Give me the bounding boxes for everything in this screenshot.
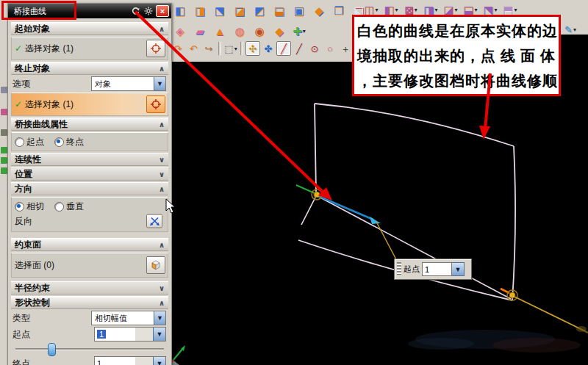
chevron-up-icon: ∧ <box>159 185 165 193</box>
end-point-snap-icon[interactable]: ╱ <box>276 41 291 56</box>
gear-icon[interactable] <box>143 6 154 16</box>
styled-sweep-icon[interactable]: ▲ <box>210 22 229 40</box>
quadrant-snap-icon[interactable]: ○ <box>323 41 337 56</box>
graphics-viewport[interactable] <box>169 62 588 365</box>
radio-end-point[interactable]: 终点 <box>54 136 84 148</box>
spinner-down-icon[interactable]: ▼ <box>153 357 165 365</box>
section-direction[interactable]: 方向 ∧ <box>11 182 168 195</box>
hidden-toolbar-fragment <box>1 147 7 153</box>
chevron-down-icon[interactable]: ▾ <box>455 7 458 13</box>
shape-type-combobox[interactable]: 相切幅值 ▼ <box>91 311 166 325</box>
through-curves-icon[interactable]: ⬔ <box>210 1 229 19</box>
constraint-face-select-row[interactable]: 选择面 (0) <box>11 253 168 278</box>
n-sided-surface-icon[interactable]: ◩ <box>250 1 269 19</box>
brush-display-icon[interactable]: ✎▾ <box>563 22 578 37</box>
section-constraint-face[interactable]: 约束面 ∧ <box>11 238 168 251</box>
reset-icon[interactable] <box>129 6 141 16</box>
face-cube-icon[interactable] <box>146 256 165 274</box>
end-label: 终点 <box>12 358 30 365</box>
floating-label: 起点 <box>404 264 420 275</box>
start-value: 1 <box>97 330 106 339</box>
check-icon: ✓ <box>15 99 22 109</box>
type-row: 类型 相切幅值 ▼ <box>11 311 168 325</box>
section-radius-constraint[interactable]: 半径约束 ∨ <box>11 281 168 294</box>
trimmed-sheet-icon[interactable]: ❐ <box>329 1 348 19</box>
control-point-snap-icon[interactable]: ⊙ <box>307 41 322 56</box>
select-crosshair-button[interactable] <box>146 95 165 113</box>
styled-blend-icon[interactable]: ▰ <box>190 22 209 40</box>
chevron-down-icon[interactable]: ▾ <box>234 46 237 52</box>
chevron-down-icon[interactable]: ▾ <box>303 28 306 35</box>
object-type-combobox[interactable]: 对象 ▼ <box>91 76 166 91</box>
start-slider[interactable] <box>15 343 164 355</box>
marquee-select-icon[interactable]: ⬚▾ <box>223 41 238 56</box>
start-value-input[interactable]: 1 ▼ <box>94 327 166 341</box>
hidden-toolbar-fragment <box>1 157 7 164</box>
chevron-up-icon: ∧ <box>159 25 165 33</box>
section-position[interactable]: 位置 ∨ <box>11 167 168 181</box>
curve-mesh-icon[interactable]: ◪ <box>230 1 249 19</box>
rotate-view-icon[interactable]: ↶ <box>186 41 201 56</box>
chevron-down-icon[interactable]: ▾ <box>376 7 379 13</box>
smooth-spline-icon[interactable]: ✚▾ <box>290 22 309 40</box>
spinner-down-icon[interactable]: ▼ <box>452 262 465 276</box>
chevron-down-icon[interactable]: ▾ <box>514 7 517 13</box>
radio-perpendicular[interactable]: 垂直 <box>54 200 84 213</box>
annotation-line: 境抽取的出来的，点 线 面 体 <box>357 43 556 68</box>
floating-start-point-toolbar[interactable]: 起点 1 ▼ <box>394 259 472 280</box>
annotation-note: 白色的曲线是在原本实体的边 境抽取的出来的，点 线 面 体 ，主要修改图档时将曲… <box>352 15 561 96</box>
end-value: 1 <box>97 359 101 365</box>
floating-value-input[interactable]: 1 <box>422 262 452 276</box>
chevron-down-icon[interactable]: ▾ <box>395 7 398 13</box>
swept-surface-icon[interactable]: ◧ <box>171 1 190 19</box>
section-shape-control[interactable]: 形状控制 ∧ <box>11 296 168 309</box>
drag-handle[interactable] <box>397 262 401 276</box>
select-crosshair-button[interactable] <box>146 40 165 57</box>
section-continuity[interactable]: 连续性 ∨ <box>11 153 168 166</box>
spinner-down-icon[interactable]: ▼ <box>153 328 165 341</box>
type-label: 类型 <box>12 312 30 325</box>
chevron-down-icon[interactable]: ▾ <box>495 7 498 13</box>
direction-panel: 相切 垂直 反向 <box>11 197 168 232</box>
corner-tool-icon[interactable]: ↪ <box>201 41 216 56</box>
x-form-icon[interactable]: ◉ <box>250 22 269 40</box>
end-object-select-row[interactable]: ✓ 选择对象 (1) <box>11 93 168 116</box>
radio-tangent[interactable]: 相切 <box>15 200 44 213</box>
toolbar-separator <box>240 42 243 55</box>
chevron-down-icon[interactable]: ▾ <box>475 7 478 13</box>
ruled-surface-icon[interactable]: ◨ <box>190 1 209 19</box>
radio-start-point[interactable]: 起点 <box>15 136 44 148</box>
intersection-snap-icon[interactable]: ＋ <box>338 41 353 56</box>
orient-view-icon[interactable]: ↷ <box>171 41 185 56</box>
end-value-input[interactable]: 1 ▼ <box>94 356 166 365</box>
annotation-line: 白色的曲线是在原本实体的边 <box>357 18 556 43</box>
annotation-line: ，主要修改图档时将曲线修顺 <box>357 68 556 93</box>
offset-surface-icon[interactable]: ▣ <box>290 1 309 19</box>
snap-sketch-icon[interactable]: ✤ <box>261 41 276 56</box>
section-bridge-properties[interactable]: 桥接曲线属性 ∧ <box>11 118 168 131</box>
chevron-down-icon[interactable]: ▾ <box>415 7 417 13</box>
chevron-down-icon[interactable]: ▾ <box>573 26 576 33</box>
section-end-object[interactable]: 终止对象 ∧ <box>11 62 168 75</box>
section-start-object[interactable]: 起始对象 ∧ <box>11 22 168 35</box>
application-window: ◧◨⬔◪◩⬓▣◆❐⬕ ◫▾◧▾⊠▾◨▾◪▾⬓▾⬔▾⬒▾ ◈▰▲◍◉◆✚▾ ✎▾ … <box>0 0 588 365</box>
bounded-plane-icon[interactable]: ⬓ <box>270 1 289 19</box>
hidden-toolbar-fragment <box>1 129 7 136</box>
floating-value: 1 <box>425 265 429 274</box>
reverse-direction-icon[interactable] <box>146 214 162 228</box>
display-toolbar: ✎▾ <box>563 22 578 37</box>
close-icon[interactable]: × <box>156 5 169 17</box>
i-form-icon[interactable]: ◆ <box>270 22 289 40</box>
chevron-down-icon: ∨ <box>159 284 165 292</box>
snap-point-toggle-icon[interactable]: ✣ <box>245 41 260 56</box>
chevron-down-icon[interactable]: ▼ <box>154 311 165 325</box>
bridge-surface-icon[interactable]: ◆ <box>309 1 329 19</box>
chevron-down-icon[interactable]: ▾ <box>435 7 438 13</box>
fit-curve-icon[interactable]: ◍ <box>230 22 249 40</box>
start-object-select-row[interactable]: ✓ 选择对象 (1) <box>11 37 168 60</box>
slider-thumb[interactable] <box>48 343 56 356</box>
hidden-toolbar-fragment <box>1 167 7 174</box>
mid-point-snap-icon[interactable]: ╱ <box>292 41 306 56</box>
studio-surface-icon[interactable]: ◈ <box>171 22 190 40</box>
chevron-down-icon[interactable]: ▼ <box>154 77 165 90</box>
